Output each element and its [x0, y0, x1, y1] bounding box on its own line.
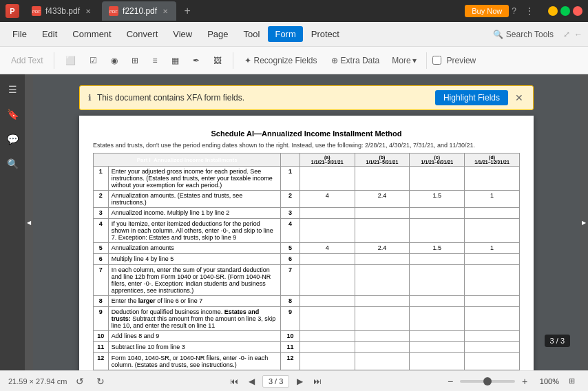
preview-button[interactable]: Preview: [432, 56, 476, 65]
checkbox-button[interactable]: ☑: [84, 53, 103, 68]
data-cell[interactable]: [300, 342, 355, 353]
data-cell[interactable]: [465, 307, 520, 331]
data-cell[interactable]: [355, 331, 410, 342]
data-cell[interactable]: [300, 208, 355, 219]
zoom-in-button[interactable]: +: [518, 374, 532, 388]
data-cell[interactable]: [300, 307, 355, 331]
data-cell[interactable]: [465, 265, 520, 296]
sidebar-icon-bookmark[interactable]: 🔖: [3, 105, 22, 124]
menu-protect[interactable]: Protect: [304, 26, 346, 42]
data-cell[interactable]: [465, 167, 520, 191]
data-cell[interactable]: [465, 296, 520, 307]
data-cell[interactable]: [300, 331, 355, 342]
signature-button[interactable]: ✒: [187, 53, 205, 68]
data-cell[interactable]: 4: [300, 191, 355, 208]
radio-button[interactable]: ◉: [105, 53, 123, 68]
menu-tool[interactable]: Tool: [237, 26, 267, 42]
zoom-out-button[interactable]: −: [443, 374, 457, 388]
minimize-button[interactable]: [548, 6, 558, 16]
data-cell[interactable]: [410, 265, 465, 296]
data-cell[interactable]: [355, 254, 410, 265]
data-cell[interactable]: [355, 307, 410, 331]
add-text-button[interactable]: Add Text: [6, 53, 48, 68]
data-cell[interactable]: 1.5: [410, 243, 465, 254]
data-cell[interactable]: [300, 370, 355, 371]
data-cell[interactable]: [410, 370, 465, 371]
data-cell[interactable]: [355, 167, 410, 191]
data-cell[interactable]: [410, 307, 465, 331]
sidebar-toggle[interactable]: ◀: [25, 74, 33, 370]
highlight-fields-button[interactable]: Highlight Fields: [435, 90, 508, 105]
sidebar-icon-search[interactable]: 🔍: [3, 154, 22, 173]
options-icon[interactable]: ⋮: [521, 4, 538, 18]
menu-view[interactable]: View: [166, 26, 199, 42]
help-icon[interactable]: ?: [512, 6, 516, 16]
extra-data-button[interactable]: ⊕ Extra Data: [326, 53, 386, 68]
data-cell[interactable]: [300, 167, 355, 191]
data-cell[interactable]: [300, 353, 355, 370]
data-cell[interactable]: [300, 254, 355, 265]
data-cell[interactable]: [465, 254, 520, 265]
data-cell[interactable]: [355, 353, 410, 370]
data-cell[interactable]: 1: [465, 191, 520, 208]
notification-close[interactable]: ✕: [514, 91, 525, 105]
textfield-button[interactable]: ⬜: [60, 53, 81, 68]
data-cell[interactable]: [465, 353, 520, 370]
data-cell[interactable]: [410, 254, 465, 265]
image-button[interactable]: 🖼: [208, 53, 227, 68]
data-cell[interactable]: [300, 296, 355, 307]
menu-comment[interactable]: Comment: [65, 26, 118, 42]
menu-convert[interactable]: Convert: [120, 26, 165, 42]
menu-page[interactable]: Page: [200, 26, 235, 42]
sidebar-icon-comment[interactable]: 💬: [3, 129, 22, 149]
tab-f2210-close[interactable]: ✕: [161, 6, 169, 17]
tab-f433b[interactable]: PDF f433b.pdf ✕: [25, 1, 99, 21]
sidebar-icon-hand[interactable]: ☰: [3, 80, 22, 99]
data-cell[interactable]: [355, 219, 410, 243]
data-cell[interactable]: 2.4: [355, 243, 410, 254]
data-cell[interactable]: [465, 370, 520, 371]
data-cell[interactable]: [410, 342, 465, 353]
data-cell[interactable]: 4: [300, 243, 355, 254]
back-icon[interactable]: ←: [574, 30, 582, 39]
tab-f433b-close[interactable]: ✕: [84, 6, 92, 17]
zoom-slider[interactable]: [460, 380, 515, 383]
buy-now-button[interactable]: Buy Now: [465, 5, 509, 17]
rotate-left-button[interactable]: ↺: [72, 374, 87, 389]
date-button[interactable]: ▦: [166, 53, 185, 68]
data-cell[interactable]: [465, 219, 520, 243]
page-indicator[interactable]: 3 / 3: [262, 375, 289, 388]
recognize-fields-button[interactable]: ✦ Recognize Fields: [239, 53, 323, 68]
data-cell[interactable]: 2.4: [355, 191, 410, 208]
search-tools-button[interactable]: 🔍 Search Tools: [487, 27, 559, 42]
fit-page-button[interactable]: ⊞: [565, 374, 580, 389]
menu-edit[interactable]: Edit: [35, 26, 64, 42]
expand-icon[interactable]: ⤢: [563, 30, 570, 39]
new-tab-button[interactable]: +: [179, 3, 196, 19]
preview-checkbox[interactable]: [432, 56, 441, 65]
data-cell[interactable]: [410, 219, 465, 243]
data-cell[interactable]: [355, 265, 410, 296]
first-page-button[interactable]: ⏮: [227, 374, 242, 389]
prev-page-button[interactable]: ◀: [244, 374, 260, 389]
next-page-button[interactable]: ▶: [292, 374, 307, 389]
data-cell[interactable]: [465, 331, 520, 342]
data-cell[interactable]: [410, 353, 465, 370]
dropdown-button[interactable]: ⊞: [126, 53, 144, 68]
tab-f2210[interactable]: PDF f2210.pdf ✕: [102, 1, 176, 21]
list-button[interactable]: ≡: [147, 53, 162, 68]
data-cell[interactable]: [355, 370, 410, 371]
data-cell[interactable]: [410, 167, 465, 191]
more-button[interactable]: More ▾: [388, 53, 420, 68]
data-cell[interactable]: [355, 296, 410, 307]
data-cell[interactable]: [355, 342, 410, 353]
close-button[interactable]: [573, 6, 582, 16]
data-cell[interactable]: [410, 296, 465, 307]
menu-form[interactable]: Form: [268, 26, 302, 42]
data-cell[interactable]: [355, 208, 410, 219]
data-cell[interactable]: [300, 219, 355, 243]
data-cell[interactable]: [410, 208, 465, 219]
data-cell[interactable]: 1.5: [410, 191, 465, 208]
rotate-right-button[interactable]: ↻: [93, 374, 108, 389]
data-cell[interactable]: [465, 342, 520, 353]
